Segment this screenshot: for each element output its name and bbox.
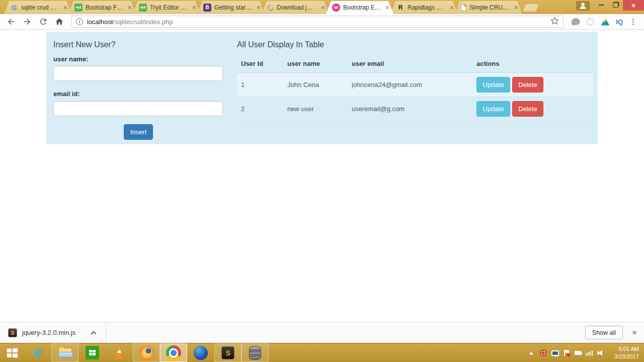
- browser-tab[interactable]: BGetting started×: [197, 1, 265, 14]
- url-text[interactable]: localhost/sqlitecrud/index.php: [87, 18, 546, 26]
- database-tool-icon: [249, 346, 261, 360]
- bookmark-star-icon[interactable]: [550, 17, 559, 27]
- windows-store-icon: [86, 346, 99, 359]
- tab-close-icon[interactable]: ×: [256, 4, 262, 11]
- user-email-cell: johncena24@gmail.com: [348, 81, 472, 88]
- page-info-icon[interactable]: i: [76, 18, 83, 25]
- browser-tab[interactable]: w3Bootstrap Form×: [68, 1, 136, 14]
- delete-button[interactable]: Delete: [512, 77, 543, 93]
- column-header: user email: [348, 60, 472, 67]
- taskbar-app-chrome[interactable]: [160, 343, 187, 362]
- tab-close-icon[interactable]: ×: [191, 4, 197, 11]
- column-header: user name: [283, 60, 348, 67]
- w3schools-favicon-icon: w3: [139, 4, 147, 12]
- display-icon[interactable]: [551, 350, 559, 356]
- update-button[interactable]: Update: [476, 101, 510, 117]
- window-controls: ×: [576, 0, 644, 14]
- tab-close-icon[interactable]: ×: [62, 4, 68, 11]
- browser-menu-icon[interactable]: ⋮: [629, 17, 637, 26]
- tab-title: Rapidtags YouT: [408, 4, 446, 11]
- page-content: Insert New User? user name: email id: In…: [0, 30, 644, 322]
- table-row: 1John Cenajohncena24@gmail.comUpdateDele…: [237, 73, 593, 97]
- clock-date: 3/23/2017: [607, 353, 639, 360]
- reload-icon[interactable]: [37, 16, 49, 28]
- home-icon[interactable]: [53, 16, 65, 28]
- extension-ring-icon[interactable]: [587, 18, 594, 26]
- download-bar: S jquery-3.2.0.min.js Show all ×: [0, 322, 644, 343]
- column-header: actions: [472, 60, 593, 67]
- tab-title: Bootstrap Exam: [343, 4, 381, 11]
- table-row: 2new useruseremail@g.comUpdateDelete: [237, 97, 593, 121]
- taskbar-app-blue-globe[interactable]: [187, 343, 214, 362]
- taskbar-app-firefox[interactable]: [133, 343, 160, 362]
- address-bar[interactable]: i localhost/sqlitecrud/index.php: [71, 16, 564, 28]
- taskbar-app-vlc[interactable]: [106, 343, 133, 362]
- hidden-icons-caret-icon[interactable]: [529, 352, 533, 354]
- actions-cell: UpdateDelete: [472, 101, 593, 117]
- download-options-caret-icon[interactable]: [91, 331, 97, 336]
- tab-close-icon[interactable]: ×: [320, 4, 326, 11]
- tab-title: Download jQue: [277, 4, 317, 11]
- profile-icon[interactable]: [576, 1, 590, 11]
- wamp-favicon-icon: W: [332, 4, 340, 12]
- taskbar-app-sublime-text[interactable]: S: [214, 343, 242, 362]
- browser-tab[interactable]: Download jQue×: [262, 1, 329, 14]
- close-download-bar-icon[interactable]: ×: [632, 328, 637, 337]
- extensions-area: IQ ⋮: [570, 17, 639, 26]
- url-path: /sqlitecrud/index.php: [113, 18, 173, 26]
- column-header: User Id: [237, 60, 283, 67]
- delete-button[interactable]: Delete: [512, 101, 543, 117]
- taskbar-app-database-tool[interactable]: [242, 343, 269, 362]
- taskbar-app-windows-store[interactable]: [78, 343, 106, 362]
- rapidtags-favicon-icon: R: [396, 4, 405, 12]
- document-favicon-icon: [461, 4, 466, 11]
- new-tab-button[interactable]: [523, 4, 539, 12]
- user-id-cell: 1: [237, 81, 283, 88]
- forward-icon[interactable]: [21, 16, 33, 28]
- minimize-button[interactable]: [594, 0, 608, 10]
- start-button[interactable]: [0, 343, 24, 362]
- download-item[interactable]: S jquery-3.2.0.min.js: [0, 322, 106, 343]
- taskbar-app-internet-explorer[interactable]: e: [24, 343, 51, 362]
- clock-time: 5:01 AM: [607, 345, 639, 353]
- browser-tab[interactable]: WBootstrap Exam×: [326, 1, 393, 14]
- firefox-icon: [139, 345, 154, 360]
- email-field[interactable]: [53, 101, 223, 116]
- volume-icon[interactable]: [597, 350, 605, 356]
- taskbar-app-file-explorer[interactable]: [51, 343, 78, 362]
- google-drive-icon[interactable]: [601, 18, 609, 26]
- file-explorer-icon: [58, 348, 72, 357]
- table-header-row: User Iduser nameuser emailactions: [237, 56, 593, 73]
- user-id-cell: 2: [237, 105, 283, 113]
- tab-title: Getting started: [214, 4, 253, 11]
- close-window-button[interactable]: ×: [623, 0, 644, 11]
- tab-close-icon[interactable]: ×: [513, 4, 519, 11]
- download-bar-divider: [106, 322, 106, 343]
- browser-tab[interactable]: RRapidtags YouT×: [390, 1, 458, 14]
- js-file-icon: S: [8, 328, 17, 337]
- browser-tab[interactable]: w3Tryit Editor v3.3×: [133, 1, 200, 14]
- browser-tab[interactable]: Gsqlite crud use×: [4, 1, 71, 14]
- username-field[interactable]: [53, 66, 223, 81]
- restore-button[interactable]: [608, 0, 623, 10]
- tab-close-icon[interactable]: ×: [127, 4, 133, 11]
- browser-tab[interactable]: Simple CRUD in×: [455, 1, 522, 14]
- tab-close-icon[interactable]: ×: [449, 4, 455, 11]
- table-body: 1John Cenajohncena24@gmail.comUpdateDele…: [237, 73, 593, 121]
- tab-title: Tryit Editor v3.3: [150, 4, 188, 11]
- iq-extension-icon[interactable]: IQ: [616, 18, 623, 26]
- power-icon[interactable]: [575, 351, 581, 355]
- extension-icon[interactable]: [572, 18, 580, 25]
- screen-recorder-icon[interactable]: [540, 349, 547, 356]
- tab-close-icon[interactable]: ×: [384, 4, 390, 11]
- email-label: email id:: [53, 90, 80, 98]
- insert-button[interactable]: Insert: [124, 124, 153, 140]
- taskbar-clock[interactable]: 5:01 AM 3/23/2017: [607, 345, 639, 360]
- action-center-flag-icon[interactable]: [564, 350, 570, 356]
- show-all-button[interactable]: Show all: [585, 326, 623, 339]
- update-button[interactable]: Update: [476, 77, 510, 93]
- back-icon[interactable]: [5, 16, 17, 28]
- network-signal-icon[interactable]: [586, 350, 593, 356]
- user-name-cell: John Cena: [283, 81, 348, 88]
- tab-title: Simple CRUD in: [469, 4, 510, 11]
